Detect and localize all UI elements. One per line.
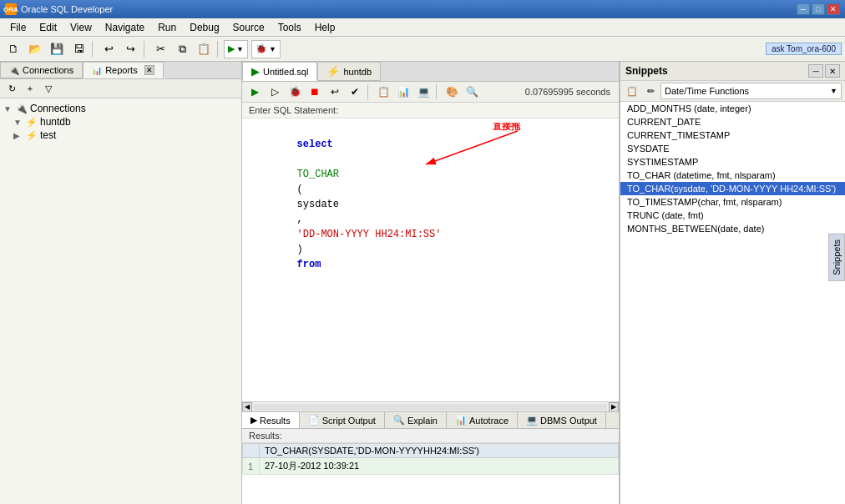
- close-button[interactable]: ✕: [827, 3, 840, 15]
- copy-button[interactable]: ⧉: [172, 40, 192, 58]
- editor-hscroll[interactable]: ◀ ▶: [242, 401, 619, 411]
- new-file-button[interactable]: 🗋: [3, 40, 23, 58]
- tab-explain[interactable]: 🔍 Explain: [385, 412, 447, 428]
- results-table: TO_CHAR(SYSDATE,'DD-MON-YYYYHH24:MI:SS')…: [242, 443, 619, 475]
- refresh-connections-button[interactable]: ↻: [3, 81, 20, 96]
- debug-dropdown[interactable]: 🐞 ▼: [251, 40, 281, 58]
- col-rownum-header: [243, 444, 260, 458]
- explain-button[interactable]: 📋: [374, 83, 392, 100]
- tab-script-output[interactable]: 📄 Script Output: [300, 412, 385, 428]
- menu-run[interactable]: Run: [151, 20, 183, 35]
- snip-item-trunc[interactable]: TRUNC (date, fmt): [620, 209, 845, 222]
- add-connection-button[interactable]: +: [22, 81, 38, 96]
- snip-item-months-between[interactable]: MONTHS_BETWEEN(date, date): [620, 222, 845, 235]
- toolbar-separator-3: [217, 41, 220, 58]
- autotrace-button[interactable]: 📊: [394, 83, 412, 100]
- reports-tab-close[interactable]: ✕: [144, 65, 154, 75]
- menu-source[interactable]: Source: [226, 20, 271, 35]
- save-button[interactable]: 💾: [47, 40, 67, 58]
- snip-item-current-timestamp[interactable]: CURRENT_TIMESTAMP: [620, 129, 845, 142]
- snippets-title: Snippets: [625, 65, 805, 77]
- snip-item-tochar-fmt[interactable]: TO_CHAR (datetime, fmt, nlsparam): [620, 169, 845, 182]
- tab-autotrace[interactable]: 📊 Autotrace: [447, 412, 518, 428]
- snip-item-tochar-sysdate[interactable]: TO_CHAR(sysdate, 'DD-MON-YYYY HH24:MI:SS…: [620, 182, 845, 195]
- main-toolbar: 🗋 📂 💾 🖫 ↩ ↪ ✂ ⧉ 📋 ▶ ▼ 🐞 ▼ ask Tom_ora-60…: [0, 37, 845, 62]
- dbms-output-button[interactable]: 💻: [414, 83, 433, 100]
- results-icon: ▶: [250, 415, 257, 426]
- minimize-button[interactable]: ─: [797, 3, 810, 15]
- sql-editor-area[interactable]: select TO_CHAR ( sysdate , 'DD-MON-YYYY …: [242, 118, 619, 401]
- tree-root-connections[interactable]: ▼ 🔌 Connections: [0, 102, 241, 115]
- title-bar: ORA Oracle SQL Developer ─ □ ✕: [0, 0, 845, 18]
- menu-tools[interactable]: Tools: [271, 20, 308, 35]
- sql-keyword-select: select: [297, 139, 333, 150]
- editor-tabs: ▶ Untitled.sql ⚡ huntdb: [242, 62, 619, 82]
- connections-tree: ▼ 🔌 Connections ▼ ⚡ huntdb ▶ ⚡ test: [0, 98, 241, 504]
- snippets-edit-button[interactable]: ✏: [642, 83, 659, 98]
- results-area: Results: TO_CHAR(SYSDATE,'DD-MON-YYYYHH2…: [242, 429, 619, 504]
- db-icon: ⚡: [26, 117, 38, 128]
- hscroll-left[interactable]: ◀: [242, 402, 252, 412]
- redo-button[interactable]: ↪: [120, 40, 140, 58]
- open-file-button[interactable]: 📂: [25, 40, 45, 58]
- snip-item-systimestamp[interactable]: SYSTIMESTAMP: [620, 155, 845, 169]
- row-num-1: 1: [243, 458, 260, 475]
- tree-item-huntdb[interactable]: ▼ ⚡ huntdb: [0, 115, 241, 129]
- snippets-vert-tab[interactable]: Snippets: [828, 234, 845, 281]
- snippets-panel: Snippets ─ ✕ 📋 ✏ Date/Time Functions ▼ A…: [620, 62, 845, 504]
- expand-icon: ▼: [3, 104, 13, 113]
- debug-button[interactable]: 🐞: [286, 83, 304, 100]
- tab-reports[interactable]: 📊 Reports ✕: [83, 62, 164, 78]
- main-layout: 🔌 Connections 📊 Reports ✕ ↻ + ▽ ▼ 🔌 Conn…: [0, 62, 845, 504]
- execution-time: 0.07695995 seconds: [525, 87, 615, 97]
- snippets-header-controls: ─ ✕: [808, 64, 840, 78]
- cut-button[interactable]: ✂: [150, 40, 170, 58]
- snip-item-totimestamp[interactable]: TO_TIMESTAMP(char, fmt, nlsparam): [620, 195, 845, 209]
- hscroll-track[interactable]: [254, 404, 607, 411]
- menu-help[interactable]: Help: [308, 20, 342, 35]
- sql-file-icon: ▶: [251, 65, 260, 78]
- table-row: 1 27-10月-2012 10:39:21: [243, 458, 619, 475]
- hscroll-right[interactable]: ▶: [609, 402, 619, 412]
- tab-dbms-output[interactable]: 💻 DBMS Output: [518, 412, 606, 428]
- script-icon: 📄: [308, 415, 320, 426]
- snippets-copy-button[interactable]: 📋: [624, 83, 640, 98]
- save-all-button[interactable]: 🖫: [68, 40, 89, 58]
- sql-keyword-from: from: [297, 259, 321, 270]
- find-button[interactable]: 🔍: [463, 83, 481, 100]
- menu-debug[interactable]: Debug: [183, 20, 225, 35]
- run-dropdown[interactable]: ▶ ▼: [224, 40, 248, 58]
- format-button[interactable]: 🎨: [443, 83, 461, 100]
- snip-item-sysdate[interactable]: SYSDATE: [620, 142, 845, 155]
- sql-function-tochar: TO_CHAR: [297, 169, 339, 180]
- snip-item-add-months[interactable]: ADD_MONTHS (date, integer): [620, 102, 845, 115]
- bottom-tabs: ▶ Results 📄 Script Output 🔍 Explain 📊 Au…: [242, 411, 619, 429]
- tab-connections[interactable]: 🔌 Connections: [0, 62, 83, 78]
- sql-arg-sysdate: sysdate: [297, 199, 339, 210]
- dropdown-arrow: ▼: [830, 87, 837, 95]
- run-script-button[interactable]: ▷: [266, 83, 284, 100]
- tree-item-test[interactable]: ▶ ⚡ test: [0, 129, 241, 142]
- menu-file[interactable]: File: [3, 20, 33, 35]
- menu-navigate[interactable]: Navigate: [99, 20, 151, 35]
- et-separator: [367, 84, 371, 99]
- menu-edit[interactable]: Edit: [33, 20, 63, 35]
- maximize-button[interactable]: □: [812, 3, 825, 15]
- snip-item-current-date[interactable]: CURRENT_DATE: [620, 115, 845, 129]
- user-badge: ask Tom_ora-600: [766, 43, 842, 55]
- snippets-minimize-button[interactable]: ─: [808, 64, 823, 78]
- snippets-category-dropdown[interactable]: Date/Time Functions ▼: [660, 83, 842, 99]
- undo-button[interactable]: ↩: [99, 40, 119, 58]
- commit-button[interactable]: ✔: [346, 83, 364, 100]
- stop-button[interactable]: ⏹: [306, 83, 324, 100]
- tab-huntdb[interactable]: ⚡ huntdb: [317, 62, 381, 81]
- rollback-button[interactable]: ↩: [326, 83, 344, 100]
- snippets-close-button[interactable]: ✕: [825, 64, 840, 78]
- filter-button[interactable]: ▽: [40, 81, 57, 96]
- paste-button[interactable]: 📋: [194, 40, 214, 58]
- menu-view[interactable]: View: [63, 20, 99, 35]
- tab-results[interactable]: ▶ Results: [242, 412, 300, 428]
- run-statement-button[interactable]: ▶: [245, 83, 264, 100]
- window-controls: ─ □ ✕: [797, 3, 840, 15]
- tab-untitled-sql[interactable]: ▶ Untitled.sql: [242, 62, 317, 81]
